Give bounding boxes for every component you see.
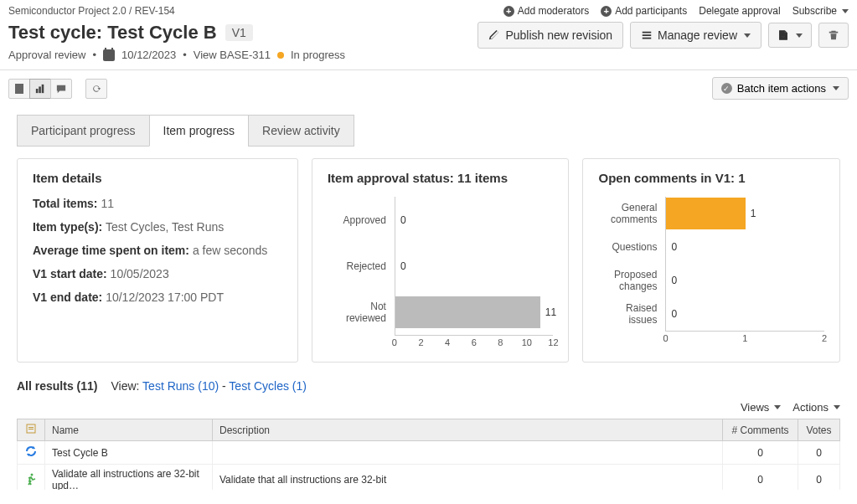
col-description[interactable]: Description	[213, 419, 723, 441]
svg-point-7	[31, 473, 34, 476]
chart-value: 0	[671, 308, 677, 320]
tab-participant-progress[interactable]: Participant progress	[17, 115, 150, 147]
chart-row: Questions0	[598, 230, 824, 264]
table-row[interactable]: Validate all instructions are 32-bit upd…	[18, 465, 840, 491]
breadcrumb-item[interactable]: REV-154	[135, 5, 175, 17]
chart-row: Not reviewed11	[328, 289, 554, 335]
col-comments[interactable]: # Comments	[723, 419, 798, 441]
filter-test-cycles[interactable]: Test Cycles (1)	[229, 379, 307, 393]
review-type: Approval review	[8, 49, 86, 61]
chart-axis: 024681012	[395, 335, 554, 350]
chart-category-label: Rejected	[328, 260, 395, 272]
comment-icon	[56, 84, 66, 94]
svg-rect-3	[42, 84, 44, 92]
refresh-icon	[91, 83, 101, 95]
document-icon	[14, 83, 24, 95]
all-results-label: All results (11)	[17, 379, 97, 393]
axis-tick: 2	[418, 337, 423, 347]
chart-view-button[interactable]	[29, 79, 51, 99]
calendar-icon	[103, 49, 115, 61]
view-link[interactable]: View BASE-311	[194, 49, 271, 61]
add-moderators-link[interactable]: +Add moderators	[503, 5, 589, 17]
page-title: Test cycle: Test Cycle B	[8, 22, 217, 44]
svg-rect-2	[39, 86, 41, 93]
filter-test-runs[interactable]: Test Runs (10)	[142, 379, 219, 393]
subscribe-dropdown[interactable]: Subscribe	[792, 5, 849, 17]
cell-name: Test Cycle B	[45, 441, 213, 465]
tab-item-progress[interactable]: Item progress	[149, 115, 250, 147]
item-type-icon	[26, 424, 36, 434]
axis-tick: 1	[742, 333, 747, 343]
axis-tick: 12	[548, 337, 558, 347]
status-dot-icon	[277, 52, 284, 59]
add-participants-link[interactable]: +Add participants	[601, 5, 687, 17]
delete-button[interactable]	[818, 23, 849, 48]
approval-title: Item approval status: 11 items	[328, 171, 554, 185]
chart-value: 1	[751, 208, 756, 219]
chart-category-label: Proposed changes	[598, 269, 665, 292]
svg-rect-5	[28, 427, 34, 428]
axis-tick: 2	[822, 333, 827, 343]
pencil-icon	[488, 29, 500, 41]
chart-value: 11	[545, 306, 556, 318]
chart-category-label: Approved	[328, 214, 395, 226]
caret-down-icon	[834, 405, 840, 409]
axis-tick: 10	[522, 337, 532, 347]
col-icon-header[interactable]	[18, 419, 45, 441]
col-votes[interactable]: Votes	[798, 419, 840, 441]
item-details-panel: Item details Total items: 11 Item type(s…	[17, 158, 298, 363]
publish-revision-button[interactable]: Publish new revision	[478, 22, 623, 49]
document-view-button[interactable]	[8, 79, 30, 99]
chart-row: Rejected0	[328, 243, 554, 289]
batch-item-actions-button[interactable]: ✓ Batch item actions	[712, 77, 849, 100]
svg-rect-6	[28, 429, 34, 429]
actions-dropdown[interactable]: Actions	[792, 401, 840, 414]
axis-tick: 6	[472, 337, 477, 347]
cell-description	[213, 441, 723, 465]
refresh-button[interactable]	[85, 79, 107, 99]
cycle-icon	[24, 445, 38, 458]
cell-votes: 0	[798, 441, 840, 465]
comments-title: Open comments in V1: 1	[598, 171, 824, 185]
export-icon	[777, 29, 789, 41]
run-icon	[24, 472, 38, 486]
version-badge: V1	[225, 24, 253, 41]
export-button[interactable]	[768, 23, 812, 48]
caret-down-icon	[774, 405, 781, 409]
axis-tick: 0	[663, 333, 668, 343]
comment-view-button[interactable]	[50, 79, 72, 99]
bar-chart-icon	[35, 84, 45, 94]
approval-status-panel: Item approval status: 11 items Approved0…	[312, 158, 570, 363]
table-row[interactable]: Test Cycle B00	[18, 441, 840, 465]
chart-row: General comments1	[598, 197, 824, 230]
chart-row: Raised issues0	[598, 297, 824, 331]
delegate-approval-link[interactable]: Delegate approval	[699, 5, 780, 17]
chart-category-label: Questions	[598, 241, 665, 253]
chart-bar	[666, 198, 745, 229]
cell-votes: 0	[798, 465, 840, 491]
axis-tick: 0	[392, 337, 397, 347]
breadcrumb: Semiconductor Project 2.0 / REV-154	[8, 5, 175, 17]
col-name[interactable]: Name	[45, 419, 213, 441]
chart-bar	[395, 296, 540, 328]
list-icon	[641, 29, 653, 41]
chart-value: 0	[671, 241, 677, 253]
svg-rect-0	[15, 84, 23, 94]
manage-review-button[interactable]: Manage review	[630, 22, 761, 49]
axis-tick: 4	[445, 337, 450, 347]
cell-name: Validate all instructions are 32-bit upd…	[45, 465, 213, 491]
results-table: Name Description # Comments Votes Test C…	[17, 419, 840, 490]
views-dropdown[interactable]: Views	[741, 401, 781, 414]
caret-down-icon	[833, 86, 839, 90]
caret-down-icon	[744, 33, 751, 38]
caret-down-icon	[796, 33, 803, 38]
axis-tick: 8	[498, 337, 503, 347]
breadcrumb-project[interactable]: Semiconductor Project 2.0	[8, 5, 126, 17]
chart-value: 0	[671, 275, 677, 286]
chart-category-label: Raised issues	[598, 302, 665, 326]
tab-review-activity[interactable]: Review activity	[248, 115, 354, 147]
cell-comments: 0	[723, 465, 798, 491]
chart-axis: 012	[665, 331, 824, 346]
open-comments-panel: Open comments in V1: 1 General comments1…	[582, 158, 840, 363]
chart-value: 0	[400, 214, 406, 226]
